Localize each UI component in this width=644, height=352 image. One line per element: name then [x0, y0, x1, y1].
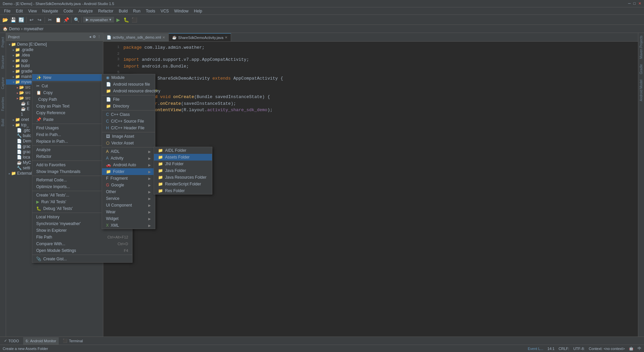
- menu-tools[interactable]: Tools: [143, 7, 158, 14]
- tree-item-build[interactable]: ▸ 📁 build: [6, 63, 103, 69]
- menu-navigate[interactable]: Navigate: [40, 7, 61, 14]
- menu-item-file[interactable]: 📄 File: [102, 96, 155, 103]
- menu-edit[interactable]: Edit: [13, 7, 25, 14]
- open-btn[interactable]: 📂: [1, 16, 9, 24]
- toolbar-sep4: [82, 17, 82, 23]
- menu-item-aidl[interactable]: A AIDL ▶: [102, 148, 155, 155]
- sync-btn[interactable]: 🔄: [17, 16, 25, 24]
- menu-item-java-resources-folder[interactable]: 📁 Java Resources Folder: [154, 174, 212, 181]
- debug-btn[interactable]: 🐛: [123, 16, 130, 24]
- code-line-7: 7: [103, 82, 638, 87]
- menu-item-assets-folder[interactable]: 📁 Assets Folder: [154, 154, 212, 161]
- new-icon: ✨: [36, 75, 41, 80]
- capture-side-label[interactable]: Capture: [0, 75, 5, 92]
- tree-item-gradle[interactable]: ▸ 📁 .gradle: [6, 47, 103, 52]
- menu-item-folder[interactable]: 📁 Folder ▶: [102, 168, 155, 175]
- menu-item-wear[interactable]: Wear ▶: [102, 209, 155, 215]
- menu-item-cpp-source[interactable]: C C/C++ Source File: [102, 118, 155, 125]
- build-side-label[interactable]: Build: [0, 116, 5, 129]
- menu-help[interactable]: Help: [191, 7, 205, 14]
- menu-view[interactable]: View: [25, 7, 40, 14]
- stop-btn[interactable]: ⬛: [131, 16, 138, 24]
- menu-item-cpp-header[interactable]: H C/C++ Header File: [102, 125, 155, 131]
- project-settings-btn[interactable]: ⚙: [93, 35, 96, 39]
- favorites-side-label[interactable]: Favorites: [0, 94, 5, 114]
- menu-item-vector-asset[interactable]: ⬡ Vector Asset: [102, 140, 155, 146]
- menu-item-renderscript-folder[interactable]: 📁 RenderScript Folder: [154, 181, 212, 187]
- menu-build[interactable]: Build: [116, 7, 130, 14]
- menu-file[interactable]: File: [1, 7, 13, 14]
- project-collapse-btn[interactable]: ◂: [89, 35, 91, 39]
- tab-terminal[interactable]: ⬛ Terminal: [60, 337, 86, 345]
- run-config[interactable]: ▶myweather▾: [83, 17, 114, 23]
- menu-item-module[interactable]: ◉ Module: [102, 74, 155, 81]
- run-btn[interactable]: ▶: [115, 16, 122, 24]
- tree-item-demo[interactable]: ▾ 📁 Demo [E:\Demo]: [6, 42, 103, 47]
- event-log-link[interactable]: Event L...: [528, 347, 543, 351]
- menu-item-android-resource-dir[interactable]: 📁 Android resource directory: [102, 88, 155, 94]
- aidl-folder-icon: 📁: [158, 148, 163, 153]
- menu-item-ui-component[interactable]: UI Component ▶: [102, 202, 155, 209]
- search-btn[interactable]: 🔍: [73, 16, 80, 24]
- menu-item-file-path[interactable]: File Path Ctrl+Alt+F12: [32, 234, 132, 240]
- tree-item-idea[interactable]: ▸ 📁 .idea: [6, 52, 103, 58]
- maven-side-label[interactable]: Maven Projects: [639, 33, 644, 61]
- bottom-bar: ✓ TODO 6: Android Monitor ⬛ Terminal: [0, 337, 644, 345]
- menu-run[interactable]: Run: [130, 7, 143, 14]
- breadcrumb-myweather[interactable]: myweather: [24, 27, 44, 31]
- menu-item-create-gist[interactable]: 📎 Create Gist...: [32, 256, 132, 262]
- menu-divider-new-3: [102, 132, 155, 132]
- tab-close-java[interactable]: ✕: [225, 36, 227, 39]
- menu-item-image-asset[interactable]: 🖼 Image Asset: [102, 133, 155, 140]
- tab-close-xml[interactable]: ✕: [162, 36, 165, 39]
- redo-btn[interactable]: ↪: [36, 16, 43, 24]
- menu-analyze[interactable]: Analyze: [76, 7, 96, 14]
- project-side-label[interactable]: Project: [0, 34, 5, 50]
- undo-btn[interactable]: ↩: [28, 16, 35, 24]
- menu-item-aidl-folder[interactable]: 📁 AIDL Folder: [154, 147, 212, 154]
- project-gear-btn[interactable]: ⋮: [97, 35, 101, 39]
- code-line-6: 6 public class ShareSdkDemoActivity exte…: [103, 75, 638, 82]
- menu-item-directory[interactable]: 📁 Directory: [102, 103, 155, 109]
- translate-icon: 中: [638, 346, 641, 351]
- close-btn[interactable]: ✕: [638, 1, 641, 6]
- tree-item-gradle2[interactable]: ▸ 📁 gradle: [6, 69, 103, 74]
- menu-item-java-folder[interactable]: 📁 Java Folder: [154, 167, 212, 174]
- menu-vcs[interactable]: VCS: [158, 7, 172, 14]
- menu-item-fragment[interactable]: F Fragment ▶: [102, 175, 155, 182]
- menu-item-service[interactable]: Service ▶: [102, 195, 155, 202]
- menu-item-google[interactable]: G Google ▶: [102, 182, 155, 188]
- menu-item-jni-folder[interactable]: 📁 JNI Folder: [154, 161, 212, 167]
- copy-btn[interactable]: 📋: [54, 16, 62, 24]
- menu-refactor[interactable]: Refactor: [96, 7, 116, 14]
- minimize-btn[interactable]: ─: [628, 1, 631, 6]
- menu-code[interactable]: Code: [61, 7, 76, 14]
- tab-android-monitor[interactable]: 6: Android Monitor: [23, 337, 59, 345]
- save-btn[interactable]: 💾: [9, 16, 17, 24]
- cut-btn[interactable]: ✂: [46, 16, 54, 24]
- breadcrumb-demo[interactable]: Demo: [9, 27, 20, 31]
- structure-side-label[interactable]: Structure: [0, 53, 5, 72]
- breadcrumb-home[interactable]: 🏠: [3, 27, 8, 31]
- encoding-indicator: UTF-8:: [573, 347, 585, 351]
- maximize-btn[interactable]: □: [633, 1, 636, 6]
- tab-todo[interactable]: ✓ TODO: [1, 337, 22, 345]
- menu-item-res-folder[interactable]: 📁 Res Folder: [154, 187, 212, 194]
- menu-item-compare[interactable]: Compare With... Ctrl+D: [32, 240, 132, 247]
- menu-item-xml[interactable]: X XML ▶: [102, 222, 155, 229]
- menu-item-widget[interactable]: Widget ▶: [102, 215, 155, 222]
- menu-item-module-settings[interactable]: Open Module Settings F4: [32, 247, 132, 254]
- android-side-label[interactable]: Android Model: [639, 77, 644, 104]
- menu-item-other[interactable]: Other ▶: [102, 188, 155, 195]
- tab-activity-xml[interactable]: 📄 activity_share_sdk_demo.xml ✕: [103, 33, 169, 41]
- menu-item-cpp-class[interactable]: C C++ Class: [102, 111, 155, 118]
- menu-item-activity[interactable]: A Activity ▶: [102, 155, 155, 162]
- gradle-side-label[interactable]: Gradle: [639, 61, 644, 77]
- tab-java-file[interactable]: ☕ ShareSdkDemoActivity.java ✕: [169, 33, 231, 41]
- paste-btn[interactable]: 📌: [62, 16, 70, 24]
- menu-item-android-auto[interactable]: 🚗 Android Auto ▶: [102, 162, 155, 168]
- menu-item-android-resource-file[interactable]: 📄 Android resource file: [102, 81, 155, 88]
- android-icon-status: 🤖: [629, 346, 634, 351]
- tree-item-app[interactable]: ▸ 📁 app: [6, 58, 103, 63]
- menu-window[interactable]: Window: [171, 7, 191, 14]
